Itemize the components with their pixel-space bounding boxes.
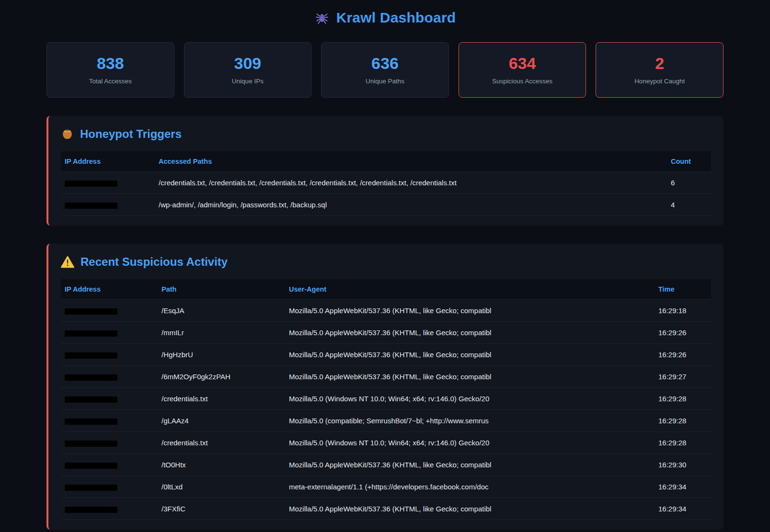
stat-card: 838 Total Accesses (46, 42, 174, 98)
time-cell: 16:29:28 (655, 410, 711, 432)
honeypot-icon (61, 128, 74, 141)
page-header: Krawl Dashboard (46, 10, 724, 26)
path-cell: /credentials.txt (158, 388, 285, 410)
honeypot-header-row: IP Address Accessed Paths Count (61, 151, 711, 172)
honeypot-panel-header: Honeypot Triggers (61, 127, 711, 141)
ip-cell (61, 454, 158, 476)
redacted-ip-bar (65, 308, 117, 315)
ip-cell (61, 410, 158, 432)
stat-label: Honeypot Caught (601, 78, 718, 85)
redacted-ip-bar (65, 463, 117, 469)
redacted-ip-bar (65, 507, 117, 513)
suspicious-panel-header: Recent Suspicious Activity (61, 255, 711, 269)
stat-card: 309 Unique IPs (184, 42, 312, 98)
user-agent-cell: Mozilla/5.0 (compatible; SemrushBot/7~bl… (285, 410, 655, 432)
stat-value: 838 (52, 54, 169, 73)
user-agent-cell: Mozilla/5.0 (Windows NT 10.0; Win64; x64… (285, 388, 655, 410)
honeypot-row: /wp-admin/, /admin/login, /passwords.txt… (61, 194, 711, 216)
count-cell: 4 (667, 194, 711, 216)
paths-cell: /credentials.txt, /credentials.txt, /cre… (155, 172, 667, 194)
time-cell: 16:29:34 (655, 498, 711, 520)
honeypot-table: IP Address Accessed Paths Count /credent… (61, 151, 711, 216)
redacted-ip-bar (65, 441, 117, 447)
ip-cell (61, 322, 158, 344)
user-agent-cell: Mozilla/5.0 AppleWebKit/537.36 (KHTML, l… (285, 300, 655, 322)
path-cell: /tO0Htx (158, 454, 285, 476)
ip-cell (61, 300, 158, 322)
user-agent-cell: Mozilla/5.0 AppleWebKit/537.36 (KHTML, l… (285, 322, 655, 344)
suspicious-row: /credentials.txt Mozilla/5.0 (Windows NT… (61, 432, 711, 454)
suspicious-row: /tO0Htx Mozilla/5.0 AppleWebKit/537.36 (… (61, 454, 711, 476)
ip-cell (61, 344, 158, 366)
time-cell: 16:29:28 (655, 432, 711, 454)
suspicious-row: /mmILr Mozilla/5.0 AppleWebKit/537.36 (K… (61, 322, 711, 344)
suspicious-panel: Recent Suspicious Activity IP Address Pa… (46, 244, 724, 530)
user-agent-cell: Mozilla/5.0 (Windows NT 10.0; Win64; x64… (285, 432, 655, 454)
redacted-ip-bar (65, 485, 117, 491)
user-agent-cell: meta-externalagent/1.1 (+https://develop… (285, 476, 655, 498)
stat-label: Suspicious Accesses (464, 78, 581, 85)
suspicious-table: IP Address Path User-Agent Time /EsqJA M… (61, 279, 711, 520)
redacted-ip-bar (65, 203, 117, 209)
time-cell: 16:29:30 (655, 454, 711, 476)
redacted-ip-bar (65, 374, 117, 381)
stat-label: Unique IPs (189, 78, 307, 85)
time-cell: 16:29:26 (655, 344, 711, 366)
stat-value: 309 (189, 54, 307, 73)
column-header-user-agent: User-Agent (285, 279, 655, 300)
stat-label: Total Accesses (52, 78, 169, 85)
time-cell: 16:29:34 (655, 476, 711, 498)
stat-value: 634 (464, 54, 581, 73)
time-cell: 16:29:26 (655, 322, 711, 344)
path-cell: /3FXfiC (158, 498, 285, 520)
paths-cell: /wp-admin/, /admin/login, /passwords.txt… (155, 194, 667, 216)
stats-row: 838 Total Accesses 309 Unique IPs 636 Un… (46, 42, 724, 98)
path-cell: /HgHzbrU (158, 344, 285, 366)
time-cell: 16:29:28 (655, 388, 711, 410)
column-header-path: Path (158, 279, 285, 300)
path-cell: /0ltLxd (158, 476, 285, 498)
stat-value: 636 (326, 54, 444, 73)
path-cell: /6mM2OyF0gk2zPAH (158, 366, 285, 388)
suspicious-row: /credentials.txt Mozilla/5.0 (Windows NT… (61, 388, 711, 410)
time-cell: 16:29:18 (655, 300, 711, 322)
suspicious-row: /0ltLxd meta-externalagent/1.1 (+https:/… (61, 476, 711, 498)
ip-cell (61, 366, 158, 388)
suspicious-row: /gLAAz4 Mozilla/5.0 (compatible; Semrush… (61, 410, 711, 432)
column-header-count: Count (667, 151, 711, 172)
path-cell: /gLAAz4 (158, 410, 285, 432)
user-agent-cell: Mozilla/5.0 AppleWebKit/537.36 (KHTML, l… (285, 366, 655, 388)
path-cell: /EsqJA (158, 300, 285, 322)
suspicious-row: /3FXfiC Mozilla/5.0 AppleWebKit/537.36 (… (61, 498, 711, 520)
column-header-paths: Accessed Paths (155, 151, 667, 172)
suspicious-row: /EsqJA Mozilla/5.0 AppleWebKit/537.36 (K… (61, 300, 711, 322)
page-title: Krawl Dashboard (336, 10, 456, 26)
user-agent-cell: Mozilla/5.0 AppleWebKit/537.36 (KHTML, l… (285, 344, 655, 366)
count-cell: 6 (667, 172, 711, 194)
redacted-ip-bar (65, 181, 117, 187)
spider-icon (314, 10, 330, 25)
column-header-ip: IP Address (61, 279, 158, 300)
user-agent-cell: Mozilla/5.0 AppleWebKit/537.36 (KHTML, l… (285, 454, 655, 476)
ip-cell (61, 172, 155, 194)
ip-cell (61, 498, 158, 520)
ip-cell (61, 388, 158, 410)
stat-label: Unique Paths (326, 78, 444, 85)
honeypot-title: Honeypot Triggers (80, 127, 182, 141)
ip-cell (61, 194, 155, 216)
path-cell: /mmILr (158, 322, 285, 344)
suspicious-header-row: IP Address Path User-Agent Time (61, 279, 711, 300)
ip-cell (61, 432, 158, 454)
stat-card: 634 Suspicious Accesses (459, 42, 586, 98)
redacted-ip-bar (65, 330, 117, 337)
stat-card: 636 Unique Paths (321, 42, 449, 98)
path-cell: /credentials.txt (158, 432, 285, 454)
time-cell: 16:29:27 (655, 366, 711, 388)
honeypot-row: /credentials.txt, /credentials.txt, /cre… (61, 172, 711, 194)
suspicious-row: /6mM2OyF0gk2zPAH Mozilla/5.0 AppleWebKit… (61, 366, 711, 388)
user-agent-cell: Mozilla/5.0 AppleWebKit/537.36 (KHTML, l… (285, 498, 655, 520)
suspicious-title: Recent Suspicious Activity (80, 255, 228, 269)
stat-card: 2 Honeypot Caught (596, 42, 724, 98)
redacted-ip-bar (65, 396, 117, 403)
column-header-time: Time (655, 279, 711, 300)
